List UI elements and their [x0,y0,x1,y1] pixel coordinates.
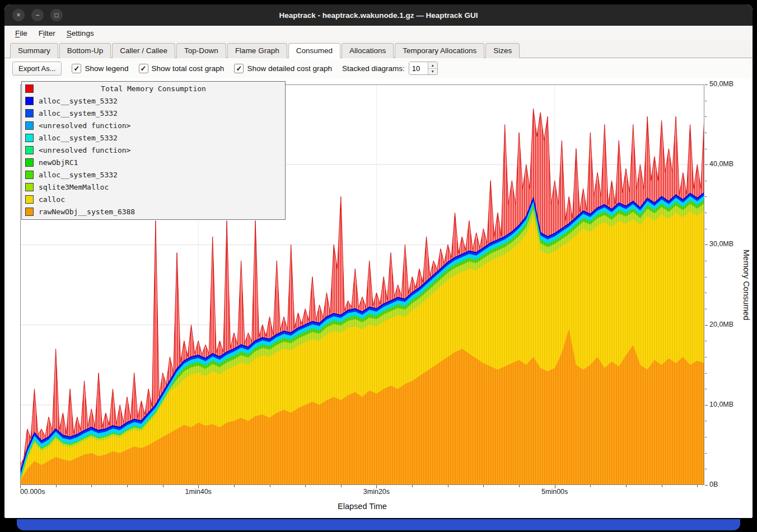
tab-consumed[interactable]: Consumed [288,43,340,58]
y-axis-tickmark [705,84,708,85]
y-axis-minor-tickmark [705,373,707,374]
tab-allocations[interactable]: Allocations [342,43,394,58]
y-axis-minor-tickmark [705,149,707,149]
y-axis-minor-tickmark [705,213,707,213]
legend-item: sqlite3MemMalloc [22,181,285,193]
y-axis-label: 30,0MB [709,240,733,248]
tab-temporary-allocations[interactable]: Temporary Allocations [395,43,484,58]
menu-filter[interactable]: Filter [34,27,60,39]
x-axis-minor-tickmark [163,485,163,487]
y-axis-minor-tickmark [705,453,707,454]
x-axis-minor-tickmark [519,485,520,487]
checkbox-show-total-cost-graph[interactable]: ✓ Show total cost graph [139,64,225,73]
maximize-button[interactable]: □ [50,9,63,21]
y-axis-minor-tickmark [705,229,707,229]
y-axis-tickmark [705,244,708,245]
show-detailed-cost-checkbox-icon[interactable]: ✓ [234,64,244,73]
minimize-icon: − [35,12,39,18]
checkbox-show-detailed-cost-graph[interactable]: ✓ Show detailed cost graph [234,64,332,73]
x-axis-minor-tickmark [412,485,413,487]
legend-title-row: Total Memory Consumption [22,82,285,95]
x-axis-minor-tickmark [91,485,92,487]
tab-summary[interactable]: Summary [10,43,58,58]
spin-down-button[interactable]: ▼ [428,69,437,75]
tab-bottom-up[interactable]: Bottom-Up [59,43,111,58]
x-axis-minor-tickmark [626,485,627,487]
close-icon: × [16,12,20,18]
x-axis-minor-tickmark [127,485,128,487]
legend-swatch-total [25,84,34,93]
y-axis-tickmark [705,405,708,406]
legend-label: alloc__system_5332 [39,171,118,179]
chart-area: Total Memory Consumption alloc__system_5… [4,78,753,518]
legend-label: <unresolved function> [39,146,130,154]
legend-swatch [25,134,34,142]
y-axis-minor-tickmark [705,181,707,181]
legend-item: rawNewObj__system_6388 [22,205,285,218]
legend-label: rawNewObj__system_6388 [39,208,135,216]
checkbox-show-legend[interactable]: ✓ Show legend [72,64,128,73]
x-axis-minor-tickmark [234,485,235,487]
menu-settings[interactable]: Settings [62,27,99,39]
legend-swatch [25,109,34,117]
y-axis-title: Memory Consumed [742,84,751,485]
legend-item: newObjRC1 [22,156,285,168]
y-axis-minor-tickmark [705,437,707,437]
y-axis-label: 40,0MB [709,160,733,168]
x-axis-minor-tickmark [270,485,270,487]
tab-caller-callee[interactable]: Caller / Callee [112,43,175,58]
show-legend-label: Show legend [85,64,128,73]
legend-title: Total Memory Consumption [22,84,285,93]
y-axis-minor-tickmark [705,116,707,117]
y-axis-label: 20,0MB [709,321,733,328]
legend-swatch [25,171,34,179]
show-detailed-cost-label: Show detailed cost graph [247,64,332,73]
y-axis-label: 0B [709,481,718,488]
y-axis-minor-tickmark [705,293,707,293]
legend-swatch [25,121,34,130]
show-legend-checkbox-icon[interactable]: ✓ [72,64,81,73]
x-axis-minor-tickmark [341,485,342,487]
y-axis-minor-tickmark [705,101,707,101]
x-axis-label: 1min40s [185,488,212,496]
spin-up-icon: ▲ [431,63,434,67]
tab-bar: Summary Bottom-Up Caller / Callee Top-Do… [4,41,753,58]
x-axis-label: 5min00s [541,488,568,496]
legend-swatch [25,158,34,167]
legend-item: alloc__system_5332 [22,168,285,181]
legend-item: alloc__system_5332 [22,131,285,144]
y-axis-tickmark [705,325,708,326]
y-axis-minor-tickmark [705,389,707,389]
x-axis-minor-tickmark [697,485,698,487]
show-total-cost-checkbox-icon[interactable]: ✓ [139,64,148,73]
minimize-button[interactable]: − [31,9,44,21]
y-axis-tickmark [705,164,708,165]
legend-label: sqlite3MemMalloc [39,183,109,191]
stacked-diagrams-input[interactable] [409,62,428,74]
tab-top-down[interactable]: Top-Down [176,43,226,58]
tab-sizes[interactable]: Sizes [485,43,520,58]
spin-up-button[interactable]: ▲ [428,62,437,69]
window-controls: × − □ [12,9,63,21]
close-button[interactable]: × [12,9,25,21]
stacked-diagrams-control: Stacked diagrams: ▲ ▼ [342,62,438,75]
x-axis-minor-tickmark [590,485,591,487]
legend-item: <unresolved function> [22,119,285,131]
x-axis-label: 00.000s [20,488,45,496]
y-axis-tickmark [705,485,708,486]
legend-swatch [25,183,34,191]
heaptrack-window: × − □ Heaptrack - heaptrack.wakunode.1.g… [4,4,753,518]
menu-file[interactable]: File [10,27,32,39]
x-axis-minor-tickmark [483,485,484,487]
tab-flame-graph[interactable]: Flame Graph [227,43,287,58]
y-axis-minor-tickmark [705,133,707,133]
y-axis-minor-tickmark [705,421,707,421]
legend-item: <unresolved function> [22,144,285,156]
y-axis-minor-tickmark [705,309,707,309]
legend-label: calloc [39,195,65,204]
stacked-diagrams-spinbox[interactable]: ▲ ▼ [409,62,438,75]
y-axis-label: 10,0MB [709,401,733,408]
legend-item: alloc__system_5332 [22,107,285,119]
export-as-button[interactable]: Export As... [12,62,62,76]
x-axis-minor-tickmark [56,485,57,487]
